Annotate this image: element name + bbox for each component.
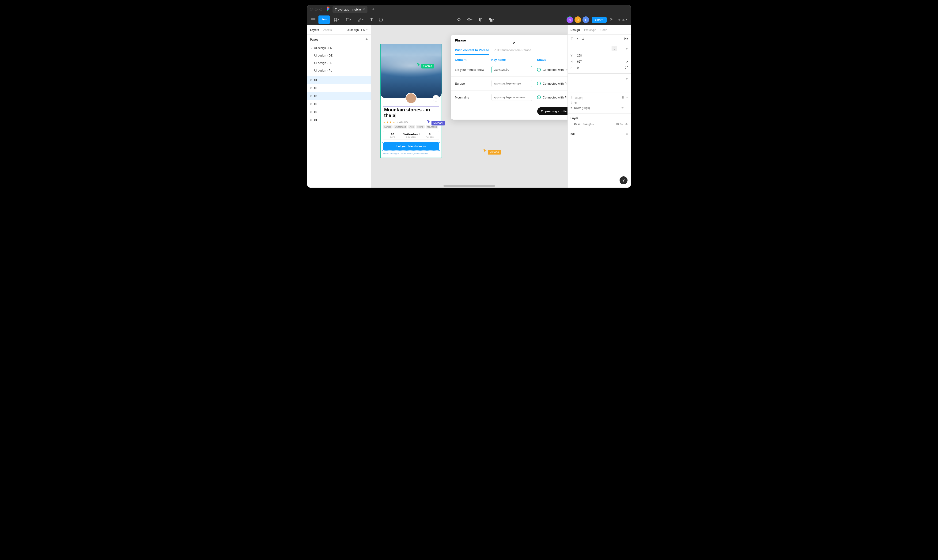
row-content: Let your friends know [455, 68, 491, 72]
tag[interactable]: Hiking [416, 125, 425, 129]
menu-button[interactable] [309, 15, 318, 24]
layers-tab[interactable]: Layers [310, 28, 319, 32]
tag[interactable]: Alps [408, 125, 415, 129]
page-item[interactable]: UI design - FR [307, 59, 371, 67]
resize-to-fit-icon[interactable]: ⤢ [625, 47, 628, 51]
present-button[interactable] [609, 18, 613, 22]
text-tool[interactable]: T [367, 15, 376, 24]
window-controls[interactable] [310, 8, 322, 11]
grid-cols-label[interactable]: 160px) [575, 96, 583, 99]
prop-y-value[interactable]: 298 [577, 54, 582, 57]
orientation-toggle[interactable]: ▯▭ [612, 46, 623, 51]
frame-icon: # [310, 103, 312, 106]
check-icon: ✓ [537, 95, 541, 99]
reset-tool[interactable] [455, 15, 463, 24]
shape-tool[interactable]: ▾ [343, 15, 354, 24]
prop-r-value[interactable]: 0 [577, 66, 579, 69]
plus-icon[interactable]: + [626, 96, 628, 99]
visibility-icon[interactable]: 👁 [621, 106, 624, 110]
row-content: Mountains [455, 96, 491, 99]
frame-item[interactable]: #02 [307, 108, 371, 116]
comment-tool[interactable] [377, 15, 385, 24]
tag[interactable]: Mountains [426, 125, 438, 129]
favorite-icon[interactable]: ♡ [433, 95, 439, 102]
avatar-l[interactable]: L [583, 17, 589, 23]
col-content: Content [455, 58, 491, 62]
page-dropdown[interactable]: UI design - EN ⌃ [347, 28, 368, 32]
maximize-dot[interactable] [319, 8, 322, 11]
visibility-icon[interactable]: 👁 [575, 101, 577, 105]
confirm-button[interactable]: To pushing confirmation [537, 107, 567, 115]
remove-icon[interactable]: − [626, 106, 628, 110]
frame-item[interactable]: #04 [307, 76, 371, 84]
align-center-icon[interactable]: + [577, 37, 578, 40]
zoom-control[interactable]: 61%▾ [618, 18, 627, 22]
avatar-j[interactable]: J [575, 17, 581, 23]
design-tab[interactable]: Design [570, 28, 580, 32]
frame-tool[interactable]: ▾ [331, 15, 342, 24]
push-tab[interactable]: Push content to Phrase [455, 46, 489, 55]
minimize-dot[interactable] [315, 8, 318, 11]
mask-tool[interactable] [476, 15, 485, 24]
pen-tool[interactable]: ▾ [355, 15, 366, 24]
key-name-input[interactable]: app.story.bu [491, 66, 532, 73]
add-page-button[interactable]: + [365, 37, 368, 42]
tag[interactable]: Europe [383, 125, 392, 129]
align-right-icon[interactable]: ⊥ [582, 37, 584, 40]
page-item[interactable]: UI design - PL [307, 67, 371, 74]
pages-label: Pages [310, 38, 318, 41]
file-tab[interactable]: Travel app - mobile ✕ [332, 6, 368, 13]
prop-y-label: Y [570, 54, 575, 57]
frame-item[interactable]: #05 [307, 84, 371, 92]
story-title-input[interactable]: Mountain stories - in the S [383, 106, 439, 119]
canvas[interactable]: ♡ Mountain stories - in the S ★★★★★ 4.0 … [371, 25, 567, 188]
corners-icon[interactable]: ⛶ [625, 66, 628, 69]
add-icon[interactable]: ⠿ [622, 96, 624, 99]
phrase-plugin-panel[interactable]: Phrase Push content to Phrase Pull trans… [451, 35, 567, 120]
cta-button[interactable]: Let your friends know [383, 142, 439, 151]
key-name-input[interactable]: app.story.tage-europe [491, 80, 532, 87]
add-section-button[interactable]: + [626, 77, 628, 82]
horizontal-scrollbar[interactable] [443, 185, 495, 187]
rows-icon[interactable]: ≡ [570, 106, 572, 110]
move-tool[interactable]: ▾ [318, 15, 330, 24]
help-button[interactable]: ? [620, 176, 627, 184]
story-description: The Alpine region of Switzerland, conven… [383, 152, 439, 155]
key-name-input[interactable]: app.story.tage-mountains [491, 94, 532, 101]
assets-tab[interactable]: Assets [323, 28, 332, 32]
grid-handle-icon[interactable]: ⠿ [570, 96, 573, 99]
prop-h-value[interactable]: 667 [577, 60, 582, 63]
style-icon[interactable]: ∷ [626, 133, 628, 136]
boolean-tool[interactable]: ▾ [486, 15, 497, 24]
page-item[interactable]: UI design - EN [307, 44, 371, 52]
cursor-victoria: Victoria [483, 146, 501, 155]
portrait-icon[interactable]: ▯ [612, 46, 617, 51]
landscape-icon[interactable]: ▭ [617, 46, 623, 51]
page-item[interactable]: UI design - DE [307, 52, 371, 59]
frames-list: #04 #05 #03 #06 #02 #01 [307, 76, 371, 124]
remove-icon[interactable]: − [579, 101, 581, 105]
tag[interactable]: Switzerland [394, 125, 407, 129]
share-button[interactable]: Share [592, 17, 607, 23]
visibility-icon[interactable]: 👁 [625, 123, 628, 126]
prototype-tab[interactable]: Prototype [584, 28, 596, 32]
close-tab-icon[interactable]: ✕ [363, 8, 365, 11]
figma-logo-icon [326, 6, 330, 12]
app-window: Travel app - mobile ✕ + ▾ ▾ ▾ ▾ T ▾ [307, 5, 631, 188]
close-dot[interactable] [310, 8, 313, 11]
pull-tab[interactable]: Pull translation from Phrase [494, 46, 531, 55]
frame-item[interactable]: #03 [307, 92, 371, 100]
grid-handle-icon[interactable]: ⠿ [570, 101, 573, 105]
constrain-icon[interactable]: ⟳ [626, 60, 628, 63]
frame-item[interactable]: #06 [307, 100, 371, 108]
align-left-icon[interactable]: ⊤ [570, 37, 573, 40]
distribute-icon[interactable]: |•|▾ [624, 37, 628, 40]
grid-rows-label[interactable]: Rows (60px) [574, 106, 590, 110]
blend-mode[interactable]: Pass Through ▾ [574, 123, 594, 126]
new-tab-button[interactable]: + [370, 7, 377, 12]
component-tool[interactable]: ▾ [464, 15, 475, 24]
opacity-value[interactable]: 100% [615, 123, 623, 126]
avatar-s[interactable]: S [567, 17, 573, 23]
frame-item[interactable]: #01 [307, 116, 371, 124]
code-tab[interactable]: Code [600, 28, 607, 32]
